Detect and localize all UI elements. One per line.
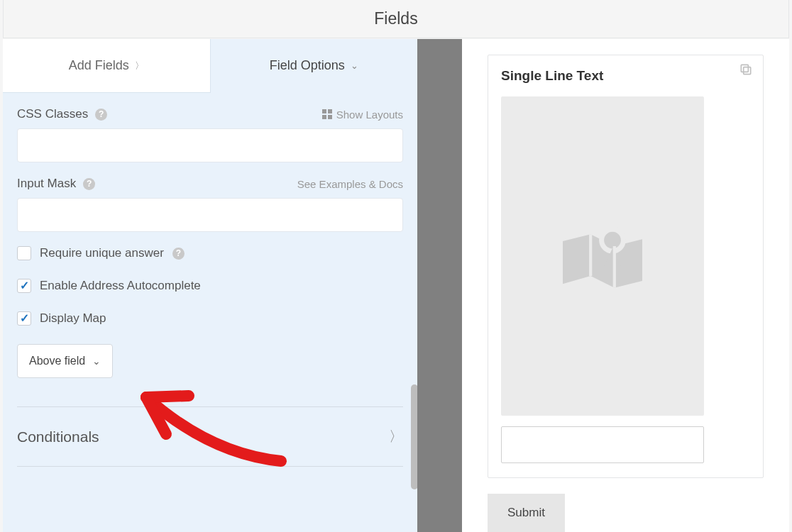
form-preview: Single Line Text Submit — [462, 39, 789, 532]
enable-autocomplete-row[interactable]: Enable Address Autocomplete — [17, 279, 403, 293]
field-preview-card[interactable]: Single Line Text — [488, 55, 764, 478]
map-position-select[interactable]: Above field ⌄ — [17, 344, 113, 378]
input-mask-input[interactable] — [17, 198, 403, 232]
tab-field-options[interactable]: Field Options ⌄ — [211, 39, 418, 93]
submit-button[interactable]: Submit — [488, 494, 565, 532]
chevron-right-icon: 〉 — [389, 427, 403, 446]
chevron-right-icon: 〉 — [135, 60, 144, 72]
divider — [17, 466, 403, 467]
show-layouts-label: Show Layouts — [336, 109, 403, 121]
chevron-down-icon: ⌄ — [351, 60, 358, 71]
tab-add-fields-label: Add Fields — [69, 58, 129, 73]
conditionals-label: Conditionals — [17, 428, 99, 445]
svg-rect-3 — [328, 115, 332, 119]
require-unique-label: Require unique answer — [40, 246, 164, 260]
display-map-checkbox[interactable] — [17, 311, 31, 326]
page-title: Fields — [374, 9, 417, 28]
display-map-row[interactable]: Display Map — [17, 311, 403, 326]
single-line-text-input[interactable] — [501, 426, 704, 463]
tab-field-options-label: Field Options — [270, 58, 345, 73]
svg-rect-4 — [744, 67, 751, 74]
field-preview-title: Single Line Text — [501, 68, 750, 84]
svg-rect-2 — [322, 115, 326, 119]
input-mask-label: Input Mask — [17, 177, 76, 191]
see-examples-label: See Examples & Docs — [297, 178, 403, 190]
svg-point-6 — [602, 229, 624, 251]
map-position-value: Above field — [29, 355, 85, 367]
chevron-down-icon: ⌄ — [92, 355, 101, 367]
enable-autocomplete-checkbox[interactable] — [17, 279, 31, 293]
help-icon[interactable]: ? — [172, 248, 185, 260]
conditionals-accordion[interactable]: Conditionals 〉 — [17, 407, 403, 466]
require-unique-checkbox[interactable] — [17, 246, 31, 260]
display-map-label: Display Map — [40, 311, 106, 326]
panel-gutter — [417, 39, 462, 532]
submit-button-label: Submit — [507, 506, 545, 520]
options-panel: Add Fields 〉 Field Options ⌄ CSS Classes… — [3, 39, 417, 532]
see-examples-link[interactable]: See Examples & Docs — [297, 178, 403, 190]
field-options-form: CSS Classes ? Show Layouts Input Mask ? … — [3, 93, 417, 467]
page-header: Fields — [3, 0, 789, 38]
help-icon[interactable]: ? — [95, 109, 107, 121]
svg-rect-1 — [328, 109, 332, 113]
panel-tabs: Add Fields 〉 Field Options ⌄ — [3, 39, 417, 93]
require-unique-row[interactable]: Require unique answer ? — [17, 246, 403, 260]
tab-add-fields[interactable]: Add Fields 〉 — [3, 39, 211, 93]
enable-autocomplete-label: Enable Address Autocomplete — [40, 279, 201, 293]
copy-icon[interactable] — [739, 62, 753, 79]
map-placeholder — [501, 96, 704, 416]
map-pin-icon — [553, 206, 652, 306]
svg-rect-0 — [322, 109, 326, 113]
show-layouts-link[interactable]: Show Layouts — [322, 109, 403, 121]
css-classes-input[interactable] — [17, 128, 403, 162]
svg-rect-5 — [741, 65, 748, 72]
grid-icon — [322, 109, 332, 119]
css-classes-label: CSS Classes — [17, 107, 88, 121]
help-icon[interactable]: ? — [83, 178, 95, 190]
